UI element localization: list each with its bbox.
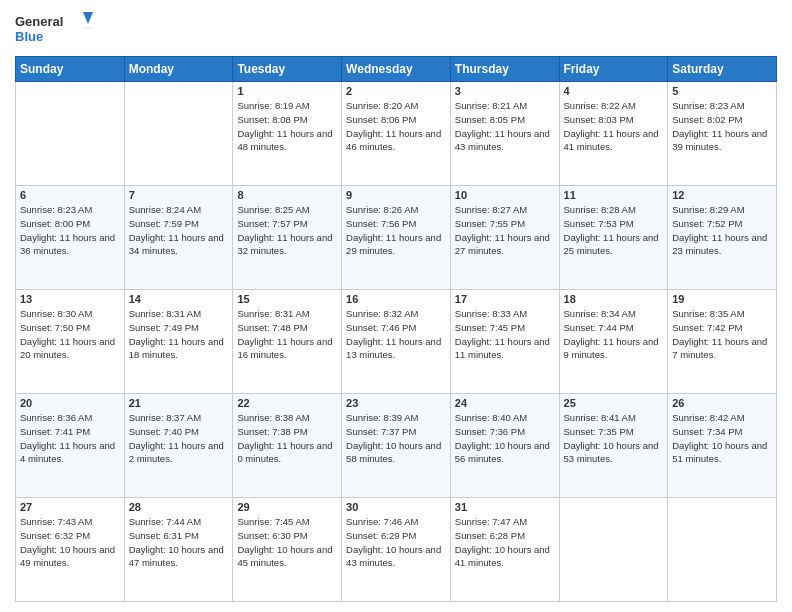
day-cell: 5Sunrise: 8:23 AM Sunset: 8:02 PM Daylig…	[668, 82, 777, 186]
day-number: 20	[20, 397, 120, 409]
day-cell: 4Sunrise: 8:22 AM Sunset: 8:03 PM Daylig…	[559, 82, 668, 186]
day-number: 29	[237, 501, 337, 513]
day-info: Sunrise: 8:42 AM Sunset: 7:34 PM Dayligh…	[672, 411, 772, 466]
day-info: Sunrise: 8:31 AM Sunset: 7:49 PM Dayligh…	[129, 307, 229, 362]
day-number: 25	[564, 397, 664, 409]
day-info: Sunrise: 8:31 AM Sunset: 7:48 PM Dayligh…	[237, 307, 337, 362]
day-cell: 6Sunrise: 8:23 AM Sunset: 8:00 PM Daylig…	[16, 186, 125, 290]
day-cell: 7Sunrise: 8:24 AM Sunset: 7:59 PM Daylig…	[124, 186, 233, 290]
col-header-tuesday: Tuesday	[233, 57, 342, 82]
day-number: 16	[346, 293, 446, 305]
day-cell: 8Sunrise: 8:25 AM Sunset: 7:57 PM Daylig…	[233, 186, 342, 290]
day-info: Sunrise: 8:39 AM Sunset: 7:37 PM Dayligh…	[346, 411, 446, 466]
day-cell: 1Sunrise: 8:19 AM Sunset: 8:08 PM Daylig…	[233, 82, 342, 186]
day-cell	[124, 82, 233, 186]
day-number: 11	[564, 189, 664, 201]
logo: General Blue	[15, 10, 95, 48]
day-cell: 19Sunrise: 8:35 AM Sunset: 7:42 PM Dayli…	[668, 290, 777, 394]
day-info: Sunrise: 8:34 AM Sunset: 7:44 PM Dayligh…	[564, 307, 664, 362]
day-number: 4	[564, 85, 664, 97]
day-cell: 26Sunrise: 8:42 AM Sunset: 7:34 PM Dayli…	[668, 394, 777, 498]
day-number: 12	[672, 189, 772, 201]
day-cell: 2Sunrise: 8:20 AM Sunset: 8:06 PM Daylig…	[342, 82, 451, 186]
day-number: 21	[129, 397, 229, 409]
day-info: Sunrise: 7:44 AM Sunset: 6:31 PM Dayligh…	[129, 515, 229, 570]
week-row-4: 20Sunrise: 8:36 AM Sunset: 7:41 PM Dayli…	[16, 394, 777, 498]
week-row-3: 13Sunrise: 8:30 AM Sunset: 7:50 PM Dayli…	[16, 290, 777, 394]
day-info: Sunrise: 7:43 AM Sunset: 6:32 PM Dayligh…	[20, 515, 120, 570]
day-cell: 15Sunrise: 8:31 AM Sunset: 7:48 PM Dayli…	[233, 290, 342, 394]
col-header-thursday: Thursday	[450, 57, 559, 82]
day-number: 2	[346, 85, 446, 97]
day-cell: 27Sunrise: 7:43 AM Sunset: 6:32 PM Dayli…	[16, 498, 125, 602]
day-cell: 25Sunrise: 8:41 AM Sunset: 7:35 PM Dayli…	[559, 394, 668, 498]
day-number: 27	[20, 501, 120, 513]
day-number: 6	[20, 189, 120, 201]
day-cell: 23Sunrise: 8:39 AM Sunset: 7:37 PM Dayli…	[342, 394, 451, 498]
day-info: Sunrise: 8:21 AM Sunset: 8:05 PM Dayligh…	[455, 99, 555, 154]
day-number: 22	[237, 397, 337, 409]
svg-text:Blue: Blue	[15, 29, 43, 44]
day-cell	[559, 498, 668, 602]
day-number: 7	[129, 189, 229, 201]
day-number: 1	[237, 85, 337, 97]
day-info: Sunrise: 8:23 AM Sunset: 8:00 PM Dayligh…	[20, 203, 120, 258]
generalblue-logo: General Blue	[15, 10, 95, 48]
day-info: Sunrise: 7:45 AM Sunset: 6:30 PM Dayligh…	[237, 515, 337, 570]
day-number: 26	[672, 397, 772, 409]
day-number: 28	[129, 501, 229, 513]
day-cell: 20Sunrise: 8:36 AM Sunset: 7:41 PM Dayli…	[16, 394, 125, 498]
day-number: 9	[346, 189, 446, 201]
day-cell: 11Sunrise: 8:28 AM Sunset: 7:53 PM Dayli…	[559, 186, 668, 290]
day-info: Sunrise: 8:41 AM Sunset: 7:35 PM Dayligh…	[564, 411, 664, 466]
day-number: 31	[455, 501, 555, 513]
day-number: 23	[346, 397, 446, 409]
day-info: Sunrise: 7:47 AM Sunset: 6:28 PM Dayligh…	[455, 515, 555, 570]
day-cell	[668, 498, 777, 602]
day-number: 5	[672, 85, 772, 97]
day-number: 24	[455, 397, 555, 409]
day-cell: 29Sunrise: 7:45 AM Sunset: 6:30 PM Dayli…	[233, 498, 342, 602]
col-header-wednesday: Wednesday	[342, 57, 451, 82]
day-info: Sunrise: 8:35 AM Sunset: 7:42 PM Dayligh…	[672, 307, 772, 362]
day-number: 3	[455, 85, 555, 97]
day-cell: 14Sunrise: 8:31 AM Sunset: 7:49 PM Dayli…	[124, 290, 233, 394]
svg-text:General: General	[15, 14, 63, 29]
week-row-1: 1Sunrise: 8:19 AM Sunset: 8:08 PM Daylig…	[16, 82, 777, 186]
calendar-table: SundayMondayTuesdayWednesdayThursdayFrid…	[15, 56, 777, 602]
day-number: 18	[564, 293, 664, 305]
day-number: 15	[237, 293, 337, 305]
day-info: Sunrise: 8:19 AM Sunset: 8:08 PM Dayligh…	[237, 99, 337, 154]
day-number: 8	[237, 189, 337, 201]
col-header-friday: Friday	[559, 57, 668, 82]
day-info: Sunrise: 8:20 AM Sunset: 8:06 PM Dayligh…	[346, 99, 446, 154]
day-info: Sunrise: 8:32 AM Sunset: 7:46 PM Dayligh…	[346, 307, 446, 362]
day-cell: 9Sunrise: 8:26 AM Sunset: 7:56 PM Daylig…	[342, 186, 451, 290]
day-number: 17	[455, 293, 555, 305]
header: General Blue	[15, 10, 777, 48]
week-row-2: 6Sunrise: 8:23 AM Sunset: 8:00 PM Daylig…	[16, 186, 777, 290]
day-cell: 21Sunrise: 8:37 AM Sunset: 7:40 PM Dayli…	[124, 394, 233, 498]
day-info: Sunrise: 8:33 AM Sunset: 7:45 PM Dayligh…	[455, 307, 555, 362]
day-info: Sunrise: 8:27 AM Sunset: 7:55 PM Dayligh…	[455, 203, 555, 258]
day-cell: 31Sunrise: 7:47 AM Sunset: 6:28 PM Dayli…	[450, 498, 559, 602]
day-cell: 3Sunrise: 8:21 AM Sunset: 8:05 PM Daylig…	[450, 82, 559, 186]
day-info: Sunrise: 8:29 AM Sunset: 7:52 PM Dayligh…	[672, 203, 772, 258]
day-cell: 17Sunrise: 8:33 AM Sunset: 7:45 PM Dayli…	[450, 290, 559, 394]
week-row-5: 27Sunrise: 7:43 AM Sunset: 6:32 PM Dayli…	[16, 498, 777, 602]
svg-marker-2	[83, 12, 93, 24]
day-cell: 13Sunrise: 8:30 AM Sunset: 7:50 PM Dayli…	[16, 290, 125, 394]
col-header-monday: Monday	[124, 57, 233, 82]
day-info: Sunrise: 8:37 AM Sunset: 7:40 PM Dayligh…	[129, 411, 229, 466]
day-cell	[16, 82, 125, 186]
day-info: Sunrise: 7:46 AM Sunset: 6:29 PM Dayligh…	[346, 515, 446, 570]
day-info: Sunrise: 8:30 AM Sunset: 7:50 PM Dayligh…	[20, 307, 120, 362]
day-info: Sunrise: 8:40 AM Sunset: 7:36 PM Dayligh…	[455, 411, 555, 466]
day-cell: 22Sunrise: 8:38 AM Sunset: 7:38 PM Dayli…	[233, 394, 342, 498]
day-number: 19	[672, 293, 772, 305]
day-cell: 12Sunrise: 8:29 AM Sunset: 7:52 PM Dayli…	[668, 186, 777, 290]
calendar-header-row: SundayMondayTuesdayWednesdayThursdayFrid…	[16, 57, 777, 82]
day-info: Sunrise: 8:28 AM Sunset: 7:53 PM Dayligh…	[564, 203, 664, 258]
day-cell: 28Sunrise: 7:44 AM Sunset: 6:31 PM Dayli…	[124, 498, 233, 602]
day-number: 13	[20, 293, 120, 305]
